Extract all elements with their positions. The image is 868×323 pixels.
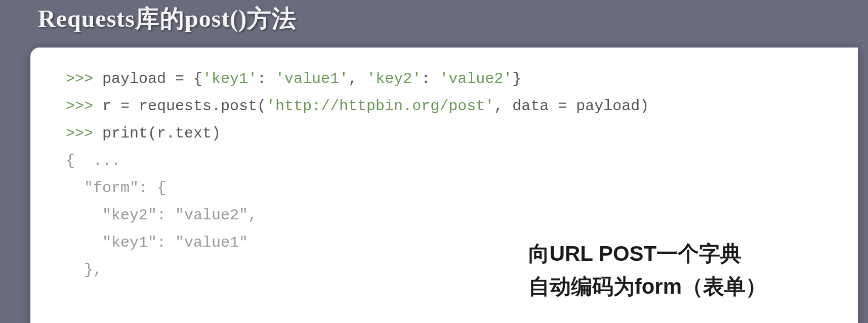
code-text: , data = payload): [494, 98, 649, 115]
annotation-line-2: 自动编码为form（表单）: [528, 270, 767, 303]
code-string: 'http://httpbin.org/post': [266, 98, 494, 115]
code-line-1: >>> payload = {'key1': 'value1', 'key2':…: [66, 65, 822, 93]
output-line-1: { ...: [66, 147, 822, 174]
annotation-line-1: 向URL POST一个字典: [528, 237, 767, 270]
output-line-2: "form": {: [66, 174, 822, 202]
code-line-2: >>> r = requests.post('http://httpbin.or…: [66, 93, 822, 120]
code-text: :: [257, 70, 275, 87]
prompt: >>>: [66, 70, 102, 87]
code-string: 'value1': [275, 70, 348, 87]
code-text: ,: [348, 70, 366, 87]
code-text: payload = {: [102, 70, 202, 87]
code-string: 'value2': [439, 70, 512, 87]
output-line-3: "key2": "value2",: [66, 202, 822, 229]
code-panel: >>> payload = {'key1': 'value1', 'key2':…: [30, 48, 858, 323]
code-line-3: >>> print(r.text): [66, 120, 822, 147]
slide-title: Requests库的post()方法: [0, 0, 868, 35]
annotation-box: 向URL POST一个字典 自动编码为form（表单）: [528, 237, 767, 303]
code-text: print(r.text): [102, 125, 221, 142]
code-string: 'key1': [202, 70, 257, 87]
prompt: >>>: [66, 125, 102, 142]
code-text: :: [421, 70, 439, 87]
code-text: r = requests.post(: [102, 98, 266, 115]
code-string: 'key2': [366, 70, 421, 87]
prompt: >>>: [66, 98, 102, 115]
code-text: }: [512, 70, 521, 87]
